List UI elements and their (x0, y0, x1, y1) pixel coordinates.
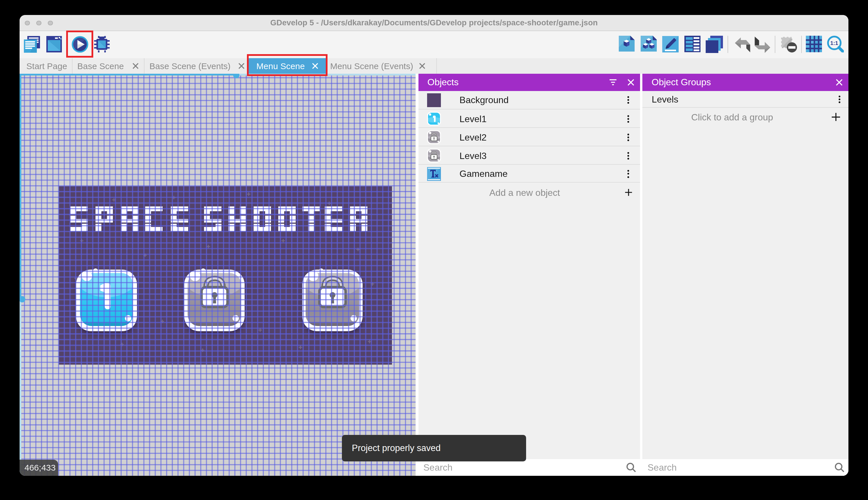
svg-text:1:1: 1:1 (831, 40, 838, 46)
